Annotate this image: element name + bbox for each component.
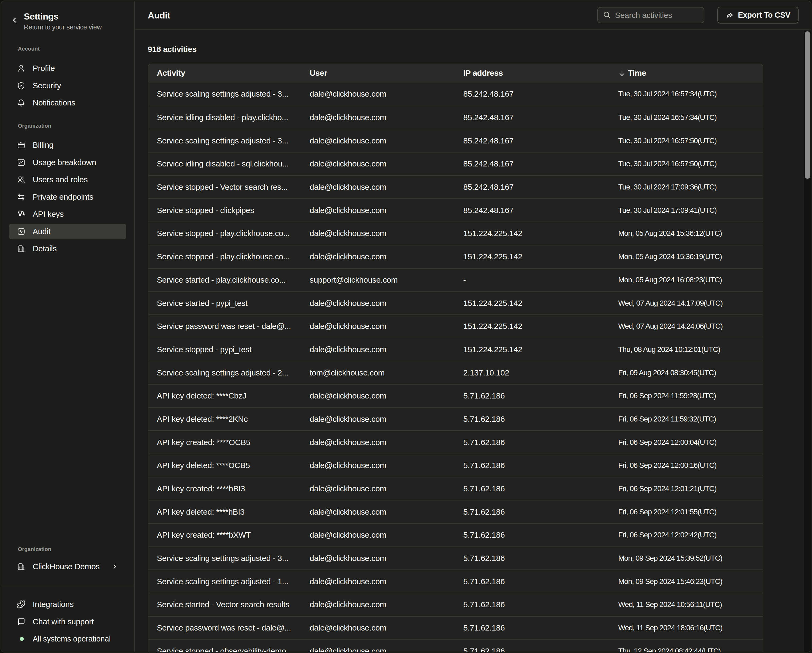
table-row[interactable]: Service started - Vector search results …: [148, 593, 763, 616]
status-indicator[interactable]: All systems operational: [9, 631, 126, 647]
cell-ip: 5.71.62.186: [455, 484, 610, 493]
table-row[interactable]: Service idling disabled - play.clickho..…: [148, 106, 763, 129]
sidebar-item-security[interactable]: Security: [9, 78, 126, 93]
sidebar-item-details[interactable]: Details: [9, 241, 126, 256]
cell-ip: 85.242.48.167: [455, 136, 610, 145]
scrollbar-track[interactable]: [804, 31, 811, 652]
cell-time: Thu, 12 Sep 2024 08:42:44(UTC): [610, 647, 762, 653]
table-row[interactable]: Service started - pypi_test dale@clickho…: [148, 291, 763, 314]
sidebar-item-integrations[interactable]: Integrations: [9, 597, 126, 612]
table-row[interactable]: API key deleted: ****OCB5 dale@clickhous…: [148, 454, 763, 477]
main-header: Audit Export To CSV: [135, 1, 811, 30]
table-row[interactable]: API key deleted: ****2KNc dale@clickhous…: [148, 407, 763, 430]
table-row[interactable]: Service password was reset - dale@... da…: [148, 616, 763, 639]
sidebar-item-profile[interactable]: Profile: [9, 61, 126, 76]
cell-activity: API key deleted: ****CbzJ: [148, 391, 301, 400]
sidebar-item-usage-breakdown[interactable]: Usage breakdown: [9, 155, 126, 170]
cell-ip: -: [455, 275, 610, 284]
cell-activity: Service stopped - observability-demo: [148, 647, 301, 653]
cell-time: Fri, 06 Sep 2024 12:02:42(UTC): [610, 531, 762, 539]
table-row[interactable]: Service scaling settings adjusted - 3...…: [148, 82, 763, 106]
table-row[interactable]: API key created: ****hBI3 dale@clickhous…: [148, 477, 763, 500]
search-input[interactable]: [615, 11, 701, 20]
export-icon: [725, 11, 738, 20]
cell-user: dale@clickhouse.com: [301, 206, 455, 215]
cell-activity: Service stopped - Vector search res...: [148, 183, 301, 192]
column-header-activity[interactable]: Activity: [148, 69, 301, 78]
cell-user: support@clickhouse.com: [301, 275, 455, 284]
cell-ip: 5.71.62.186: [455, 554, 610, 563]
activity-square-icon: [17, 227, 26, 236]
cell-user: dale@clickhouse.com: [301, 345, 455, 354]
table-row[interactable]: API key created: ****OCB5 dale@clickhous…: [148, 430, 763, 454]
table-row[interactable]: Service password was reset - dale@... da…: [148, 314, 763, 338]
cell-time: Wed, 11 Sep 2024 18:06:16(UTC): [610, 624, 762, 632]
cell-time: Wed, 07 Aug 2024 14:17:09(UTC): [610, 299, 762, 308]
cell-activity: API key created: ****OCB5: [148, 438, 301, 447]
cell-user: tom@clickhouse.com: [301, 368, 455, 377]
scrollbar-thumb[interactable]: [805, 31, 810, 179]
table-row[interactable]: Service scaling settings adjusted - 1...…: [148, 569, 763, 593]
cell-time: Tue, 30 Jul 2024 16:57:50(UTC): [610, 136, 762, 145]
cell-activity: Service scaling settings adjusted - 3...: [148, 554, 301, 563]
cell-ip: 5.71.62.186: [455, 461, 610, 470]
cell-ip: 5.71.62.186: [455, 415, 610, 424]
org-switcher-label: ClickHouse Demos: [33, 562, 99, 571]
cell-user: dale@clickhouse.com: [301, 415, 455, 424]
cell-user: dale@clickhouse.com: [301, 299, 455, 308]
sidebar-item-billing[interactable]: Billing: [9, 137, 126, 153]
table-row[interactable]: Service scaling settings adjusted - 3...…: [148, 546, 763, 570]
column-header-ip[interactable]: IP address: [455, 69, 610, 78]
cell-activity: Service stopped - play.clickhouse.co...: [148, 252, 301, 261]
export-csv-button[interactable]: Export To CSV: [717, 7, 798, 24]
sidebar-item-api-keys[interactable]: API keys: [9, 206, 126, 222]
table-row[interactable]: API key deleted: ****hBI3 dale@clickhous…: [148, 500, 763, 523]
table-row[interactable]: Service stopped - observability-demo dal…: [148, 639, 763, 653]
table-row[interactable]: Service stopped - Vector search res... d…: [148, 175, 763, 198]
sidebar-item-chat-with-support[interactable]: Chat with support: [9, 614, 126, 629]
audit-table: Activity User IP address Time Service sc…: [148, 64, 763, 653]
sidebar-item-notifications[interactable]: Notifications: [9, 95, 126, 111]
sidebar-footer: Integrations Chat with support All syste…: [9, 597, 126, 647]
sidebar-header: Settings Return to your service view: [24, 11, 102, 31]
cell-ip: 151.224.225.142: [455, 252, 610, 261]
cell-user: dale@clickhouse.com: [301, 507, 455, 517]
back-button[interactable]: [10, 15, 19, 25]
cell-ip: 5.71.62.186: [455, 507, 610, 517]
table-row[interactable]: Service stopped - play.clickhouse.co... …: [148, 221, 763, 245]
column-header-user[interactable]: User: [301, 69, 455, 78]
cell-time: Tue, 30 Jul 2024 17:09:36(UTC): [610, 183, 762, 191]
column-header-time[interactable]: Time: [610, 69, 762, 78]
cell-ip: 151.224.225.142: [455, 299, 610, 308]
cell-user: dale@clickhouse.com: [301, 438, 455, 447]
table-row[interactable]: Service scaling settings adjusted - 3...…: [148, 129, 763, 152]
building-icon: [17, 244, 26, 253]
org-switcher[interactable]: ClickHouse Demos: [9, 559, 126, 574]
cell-user: dale@clickhouse.com: [301, 391, 455, 400]
table-header: Activity User IP address Time: [148, 64, 763, 82]
table-row[interactable]: API key created: ****bXWT dale@clickhous…: [148, 523, 763, 546]
cell-activity: Service scaling settings adjusted - 1...: [148, 577, 301, 586]
cell-time: Fri, 06 Sep 2024 12:01:55(UTC): [610, 508, 762, 516]
sidebar-item-private-endpoints[interactable]: Private endpoints: [9, 189, 126, 205]
cell-time: Tue, 30 Jul 2024 16:57:34(UTC): [610, 113, 762, 122]
table-row[interactable]: Service stopped - play.clickhouse.co... …: [148, 245, 763, 268]
app-frame: Settings Return to your service view Acc…: [0, 0, 812, 653]
puzzle-icon: [17, 600, 26, 609]
cell-user: dale@clickhouse.com: [301, 322, 455, 331]
table-row[interactable]: API key deleted: ****CbzJ dale@clickhous…: [148, 384, 763, 407]
cell-ip: 85.242.48.167: [455, 113, 610, 122]
cell-ip: 5.71.62.186: [455, 647, 610, 653]
table-row[interactable]: Service stopped - pypi_test dale@clickho…: [148, 338, 763, 361]
table-row[interactable]: Service idling disabled - sql.clickhou..…: [148, 152, 763, 175]
cell-ip: 151.224.225.142: [455, 345, 610, 354]
sidebar-item-audit[interactable]: Audit: [9, 224, 126, 239]
table-row[interactable]: Service stopped - clickpipes dale@clickh…: [148, 198, 763, 221]
sidebar-item-users-and-roles[interactable]: Users and roles: [9, 172, 126, 187]
users-icon: [17, 175, 26, 184]
cell-time: Thu, 08 Aug 2024 10:12:01(UTC): [610, 345, 762, 354]
cell-time: Mon, 05 Aug 2024 15:36:19(UTC): [610, 252, 762, 261]
table-row[interactable]: Service scaling settings adjusted - 2...…: [148, 361, 763, 384]
table-row[interactable]: Service started - play.clickhouse.co... …: [148, 268, 763, 291]
cell-ip: 5.71.62.186: [455, 623, 610, 632]
